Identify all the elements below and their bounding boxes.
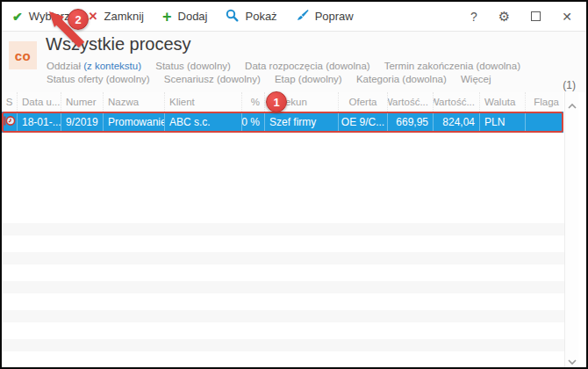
check-icon: ✔ — [12, 10, 23, 24]
col-header-currency[interactable]: Waluta — [480, 92, 526, 112]
row-caretaker: Szef firmy — [265, 112, 339, 133]
row-name: Promowanie... — [104, 112, 165, 133]
brush-icon — [296, 9, 309, 25]
scroll-down-icon[interactable] — [567, 353, 577, 360]
col-header-client[interactable]: Klient — [165, 92, 242, 112]
show-button[interactable]: Pokaż — [226, 9, 276, 25]
col-header-name[interactable]: Nazwa — [104, 92, 165, 112]
close-list-button[interactable]: ✕ Zamknij — [89, 10, 144, 23]
col-header-value-gross[interactable]: Wartość... — [434, 92, 480, 112]
edit-button-label: Popraw — [315, 10, 354, 23]
add-button-label: Dodaj — [178, 10, 208, 23]
plus-icon: + — [162, 11, 172, 23]
filter-row-1: Oddział (z kontekstu) Status (dowolny) D… — [47, 61, 532, 71]
row-offer: OE 9/C... — [339, 112, 388, 133]
list-header: co Wszystkie procesy Oddział (z kontekst… — [2, 32, 586, 92]
row-date: 18-01-... — [18, 112, 61, 133]
col-header-offer[interactable]: Oferta — [339, 92, 388, 112]
row-value-net: 669,95 — [388, 112, 434, 133]
magnifier-icon — [226, 9, 239, 25]
row-flag — [526, 112, 563, 133]
selected-row[interactable]: 18-01-... 9/2019 Promowanie... ABC s.c. … — [2, 112, 563, 133]
filter-scenario[interactable]: Scenariusz (dowolny) — [164, 74, 261, 84]
help-icon[interactable]: ? — [470, 11, 477, 23]
col-header-percent[interactable]: % — [242, 92, 265, 112]
annotation-step-1-badge: 1 — [266, 91, 287, 112]
clock-history-icon — [4, 115, 16, 129]
annotation-step-2-badge: 2 — [68, 9, 89, 30]
record-count: (1) — [563, 79, 576, 91]
table-row[interactable]: 18-01-... 9/2019 Promowanie... ABC s.c. … — [2, 112, 563, 133]
row-currency: PLN — [480, 112, 526, 133]
add-button[interactable]: + Dodaj — [162, 10, 207, 23]
filter-offer-status[interactable]: Status oferty (dowolny) — [47, 74, 150, 84]
col-header-date[interactable]: Data u... — [18, 92, 61, 112]
close-list-button-label: Zamknij — [104, 10, 144, 23]
module-badge: co — [9, 41, 37, 69]
empty-rows-area — [2, 223, 572, 367]
filter-start-date[interactable]: Data rozpoczęcia (dowolna) — [245, 61, 370, 71]
col-header-status[interactable]: S — [2, 92, 18, 112]
row-value-gross: 824,04 — [434, 112, 480, 133]
edit-button[interactable]: Popraw — [296, 9, 354, 25]
close-window-icon[interactable]: ✕ — [562, 11, 572, 23]
filter-branch-context-link[interactable]: (z kontekstu) — [83, 61, 141, 71]
process-list-window: ✔ Wybierz ✕ Zamknij + Dodaj Pokaż — [0, 0, 588, 369]
col-header-value-net[interactable]: Wartość... — [388, 92, 434, 112]
col-header-number[interactable]: Numer — [61, 92, 104, 112]
row-status-cell — [2, 112, 18, 133]
row-percent: 1,00 % — [242, 112, 265, 133]
filter-row-2: Status oferty (dowolny) Scenariusz (dowo… — [47, 74, 503, 84]
filter-branch[interactable]: Oddział (z kontekstu) — [47, 61, 141, 71]
row-number: 9/2019 — [61, 112, 104, 133]
col-header-flag[interactable]: Flaga — [526, 92, 563, 112]
filter-category[interactable]: Kategoria (dowolna) — [356, 74, 447, 84]
x-icon: ✕ — [89, 10, 98, 23]
vertical-scrollbar[interactable] — [564, 92, 578, 367]
process-table: S Data u... Numer Nazwa Klient % Opiekun… — [2, 92, 586, 367]
filter-status[interactable]: Status (dowolny) — [155, 61, 231, 71]
filter-end-date[interactable]: Termin zakończenia (dowolna) — [384, 61, 520, 71]
window-controls: ? ⚙ ✕ — [470, 11, 586, 23]
show-button-label: Pokaż — [245, 10, 276, 23]
scroll-up-icon[interactable] — [567, 98, 577, 105]
maximize-icon[interactable] — [531, 11, 541, 21]
row-client: ABC s.c. — [165, 112, 242, 133]
filter-more[interactable]: Więcej — [461, 74, 491, 84]
toolbar: ✔ Wybierz ✕ Zamknij + Dodaj Pokaż — [2, 2, 586, 32]
gear-icon[interactable]: ⚙ — [498, 11, 510, 23]
filter-stage[interactable]: Etap (dowolny) — [275, 74, 342, 84]
